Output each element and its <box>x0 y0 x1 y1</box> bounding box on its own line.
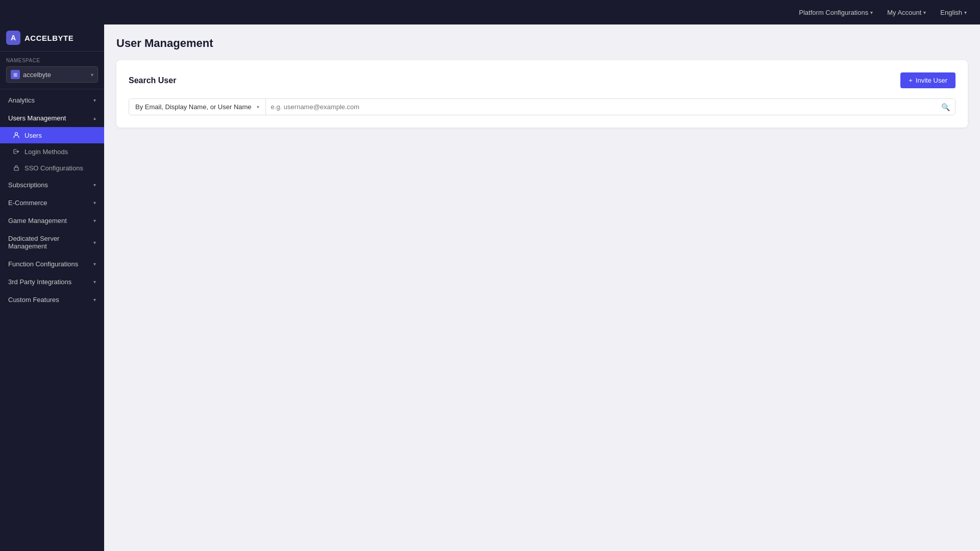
sidebar-item-analytics[interactable]: Analytics ▾ <box>0 91 104 109</box>
language-chevron: ▾ <box>964 10 967 15</box>
subscriptions-chevron: ▾ <box>93 182 96 188</box>
ecommerce-chevron: ▾ <box>93 200 96 206</box>
sso-label: SSO Configurations <box>24 164 83 172</box>
users-sub-icon <box>12 131 20 139</box>
analytics-chevron: ▾ <box>93 97 96 103</box>
dedicated-server-chevron: ▾ <box>93 240 96 245</box>
login-methods-icon <box>12 147 20 156</box>
namespace-label: NAMESPACE <box>6 58 98 63</box>
namespace-icon: ⊞ <box>11 70 20 79</box>
function-configs-label: Function Configurations <box>8 260 78 268</box>
search-type-label: By Email, Display Name, or User Name <box>135 103 252 111</box>
logo-icon: A <box>6 31 20 45</box>
logo-area: A ACCELBYTE <box>0 24 104 52</box>
sidebar-subitem-sso[interactable]: SSO Configurations <box>0 160 104 176</box>
search-card-title: Search User <box>129 76 176 85</box>
sidebar-item-3rd-party[interactable]: 3rd Party Integrations ▾ <box>0 273 104 291</box>
3rd-party-label: 3rd Party Integrations <box>8 278 71 286</box>
sidebar-item-users-management[interactable]: Users Management ▴ <box>0 109 104 127</box>
search-input[interactable] <box>271 99 941 115</box>
platform-configs-nav[interactable]: Platform Configurations ▾ <box>794 6 878 19</box>
language-label: English <box>940 9 962 16</box>
page-title: User Management <box>116 37 968 50</box>
sidebar-subitem-login-methods[interactable]: Login Methods <box>0 143 104 160</box>
platform-configs-label: Platform Configurations <box>799 9 868 16</box>
invite-btn-label: Invite User <box>916 77 947 84</box>
namespace-name: accelbyte <box>23 71 88 79</box>
namespace-chevron: ▾ <box>91 72 93 78</box>
invite-user-button[interactable]: + Invite User <box>900 72 955 88</box>
analytics-label: Analytics <box>8 96 35 104</box>
sidebar-item-game-management[interactable]: Game Management ▾ <box>0 212 104 230</box>
search-row: By Email, Display Name, or User Name ▾ 🔍 <box>129 98 955 115</box>
sidebar-item-subscriptions[interactable]: Subscriptions ▾ <box>0 176 104 194</box>
sidebar-subitem-users[interactable]: Users <box>0 127 104 143</box>
namespace-section: NAMESPACE ⊞ accelbyte ▾ <box>0 52 104 87</box>
custom-features-label: Custom Features <box>8 296 59 304</box>
sidebar-item-dedicated-server[interactable]: Dedicated Server Management ▾ <box>0 230 104 255</box>
sidebar-item-ecommerce[interactable]: E-Commerce ▾ <box>0 194 104 212</box>
dedicated-server-label: Dedicated Server Management <box>8 235 93 250</box>
sidebar-item-custom-features[interactable]: Custom Features ▾ <box>0 291 104 309</box>
users-management-chevron: ▴ <box>93 115 96 121</box>
users-sub-label: Users <box>24 132 42 139</box>
main-content: User Management Search User + Invite Use… <box>104 24 980 551</box>
layout: A ACCELBYTE NAMESPACE ⊞ accelbyte ▾ Anal… <box>0 24 980 551</box>
sso-icon <box>12 164 20 172</box>
3rd-party-chevron: ▾ <box>93 279 96 285</box>
sidebar-item-function-configs[interactable]: Function Configurations ▾ <box>0 255 104 273</box>
users-management-label: Users Management <box>8 114 66 122</box>
function-configs-chevron: ▾ <box>93 261 96 267</box>
search-icon: 🔍 <box>941 103 950 111</box>
my-account-label: My Account <box>887 9 921 16</box>
svg-rect-1 <box>14 167 18 170</box>
game-management-label: Game Management <box>8 217 67 224</box>
platform-configs-chevron: ▾ <box>870 10 873 15</box>
ecommerce-label: E-Commerce <box>8 199 47 207</box>
sidebar: A ACCELBYTE NAMESPACE ⊞ accelbyte ▾ Anal… <box>0 24 104 551</box>
login-methods-label: Login Methods <box>24 148 68 156</box>
my-account-chevron: ▾ <box>923 10 926 15</box>
sidebar-divider-1 <box>0 89 104 89</box>
logo-text: ACCELBYTE <box>24 34 74 42</box>
search-card: Search User + Invite User By Email, Disp… <box>116 60 968 128</box>
top-nav: Platform Configurations ▾ My Account ▾ E… <box>0 0 980 24</box>
search-card-header: Search User + Invite User <box>129 72 955 88</box>
search-type-chevron: ▾ <box>257 104 259 110</box>
invite-btn-icon: + <box>909 77 913 84</box>
search-input-wrap: 🔍 <box>266 99 955 115</box>
svg-point-0 <box>15 133 18 135</box>
search-type-dropdown[interactable]: By Email, Display Name, or User Name ▾ <box>129 99 266 115</box>
game-management-chevron: ▾ <box>93 218 96 223</box>
subscriptions-label: Subscriptions <box>8 181 48 189</box>
namespace-select[interactable]: ⊞ accelbyte ▾ <box>6 66 98 83</box>
custom-features-chevron: ▾ <box>93 297 96 303</box>
my-account-nav[interactable]: My Account ▾ <box>882 6 931 19</box>
language-nav[interactable]: English ▾ <box>935 6 972 19</box>
